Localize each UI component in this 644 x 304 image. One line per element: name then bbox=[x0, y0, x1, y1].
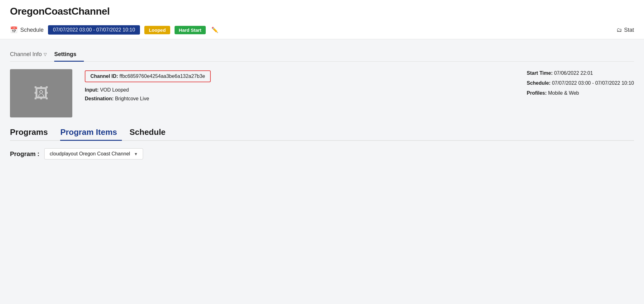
right-details-panel: Start Time: 07/06/2022 22:01 Schedule: 0… bbox=[527, 69, 634, 117]
date-range-badge[interactable]: 07/07/2022 03:00 - 07/07/2022 10:10 bbox=[48, 25, 140, 35]
destination-detail: Destination: Brightcove Live bbox=[85, 96, 514, 102]
program-filter-row: Program : cloudplayout Oregon Coast Chan… bbox=[10, 148, 634, 159]
profiles-detail: Profiles: Mobile & Web bbox=[527, 90, 634, 96]
edit-icon[interactable]: ✏️ bbox=[211, 26, 218, 33]
stat-label: 🗂 Stat bbox=[617, 27, 634, 33]
channel-thumbnail: 🖼 bbox=[10, 69, 72, 117]
start-time-detail: Start Time: 07/06/2022 22:01 bbox=[527, 70, 634, 76]
program-select[interactable]: cloudplayout Oregon Coast Channel ▼ bbox=[44, 148, 143, 159]
program-filter-label: Program : bbox=[10, 150, 39, 158]
tab-program-items[interactable]: Program Items bbox=[60, 127, 129, 140]
tab-channel-info[interactable]: Channel Info ▽ bbox=[10, 48, 54, 61]
image-placeholder-icon: 🖼 bbox=[34, 85, 49, 102]
tab-schedule[interactable]: Schedule bbox=[129, 127, 178, 140]
select-arrow-icon: ▼ bbox=[134, 152, 138, 156]
hardstart-badge[interactable]: Hard Start bbox=[175, 26, 206, 34]
tab-settings[interactable]: Settings bbox=[54, 48, 84, 61]
input-detail: Input: VOD Looped bbox=[85, 87, 514, 93]
tab-programs[interactable]: Programs bbox=[10, 127, 60, 140]
programs-tabs-row: Programs Program Items Schedule bbox=[10, 127, 634, 141]
looped-badge[interactable]: Looped bbox=[144, 26, 170, 34]
calendar-icon: 📅 bbox=[10, 26, 18, 34]
channel-id-box: Channel ID: ffbc6859760e4254aa3be6a132a2… bbox=[85, 70, 211, 82]
channel-details-panel: Channel ID: ffbc6859760e4254aa3be6a132a2… bbox=[85, 69, 514, 117]
schedule-detail: Schedule: 07/07/2022 03:00 - 07/07/2022 … bbox=[527, 80, 634, 86]
chevron-down-icon: ▽ bbox=[44, 52, 47, 57]
programs-section: Programs Program Items Schedule Program … bbox=[10, 127, 634, 159]
app-title: OregonCoastChannel bbox=[10, 6, 634, 21]
layers-icon: 🗂 bbox=[617, 27, 622, 33]
schedule-label: 📅 Schedule bbox=[10, 26, 44, 34]
